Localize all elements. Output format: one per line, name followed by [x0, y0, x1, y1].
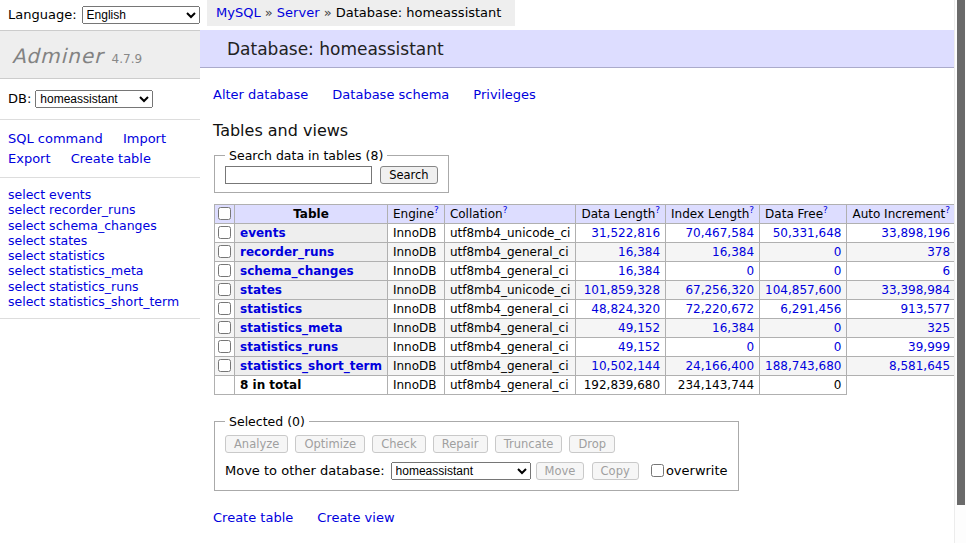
row-checkbox[interactable] — [218, 340, 231, 353]
data-length-cell: 49,152 — [576, 338, 666, 357]
create-link-create-table[interactable]: Create table — [213, 510, 293, 525]
row-checkbox[interactable] — [218, 264, 231, 277]
row-checkbox[interactable] — [218, 302, 231, 315]
index-length-link[interactable]: 70,467,584 — [685, 226, 754, 240]
data-length-link[interactable]: 48,824,320 — [591, 302, 660, 316]
sidebar-action-create-table[interactable]: Create table — [71, 151, 151, 166]
index-length-cell: 16,384 — [666, 243, 760, 262]
copy-button[interactable]: Copy — [592, 462, 639, 480]
engine-cell: InnoDB — [387, 319, 444, 338]
database-link-alter-database[interactable]: Alter database — [213, 87, 308, 102]
select-all-checkbox[interactable] — [218, 207, 231, 220]
sidebar-table-link[interactable]: select statistics — [8, 248, 192, 263]
engine-cell: InnoDB — [387, 224, 444, 243]
sidebar-table-link[interactable]: select schema_changes — [8, 218, 192, 233]
column-help-link[interactable]: ? — [503, 205, 508, 215]
scrollbar-thumb[interactable] — [957, 0, 965, 505]
repair-button[interactable]: Repair — [433, 435, 488, 453]
create-links: Create tableCreate view — [213, 510, 966, 525]
drop-button[interactable]: Drop — [569, 435, 615, 453]
truncate-button[interactable]: Truncate — [495, 435, 563, 453]
column-help-link[interactable]: ? — [945, 205, 950, 215]
data-length-link[interactable]: 49,152 — [618, 321, 660, 335]
column-help-link[interactable]: ? — [434, 205, 439, 215]
sidebar-table-link[interactable]: select statistics_short_term — [8, 294, 192, 309]
search-button[interactable]: Search — [380, 166, 438, 184]
sidebar-table-link[interactable]: select events — [8, 187, 192, 202]
row-checkbox[interactable] — [218, 359, 231, 372]
language-select[interactable]: English — [82, 6, 200, 24]
breadcrumb-link-server[interactable]: Server — [277, 5, 320, 20]
breadcrumb-link-mysql[interactable]: MySQL — [216, 5, 261, 20]
data-length-link[interactable]: 10,502,144 — [591, 359, 660, 373]
sidebar-action-sql-command[interactable]: SQL command — [8, 131, 103, 146]
row-checkbox[interactable] — [218, 245, 231, 258]
scrollbar[interactable] — [954, 0, 966, 543]
index-length-link[interactable]: 24,166,400 — [685, 359, 754, 373]
data-free-link[interactable]: 0 — [834, 340, 842, 354]
move-button[interactable]: Move — [536, 462, 585, 480]
data-free-link[interactable]: 104,857,600 — [765, 283, 841, 297]
table-link-states[interactable]: states — [240, 283, 282, 297]
data-free-link[interactable]: 188,743,680 — [765, 359, 841, 373]
data-length-link[interactable]: 16,384 — [618, 264, 660, 278]
optimize-button[interactable]: Optimize — [295, 435, 365, 453]
index-length-link[interactable]: 0 — [746, 340, 754, 354]
row-checkbox-cell — [215, 300, 235, 319]
auto-increment-link[interactable]: 325 — [927, 321, 950, 335]
tables-table: TableEngine?Collation?Data Length?Index … — [214, 204, 966, 395]
auto-increment-link[interactable]: 33,898,196 — [881, 226, 950, 240]
sidebar-table-link[interactable]: select states — [8, 233, 192, 248]
table-link-schema-changes[interactable]: schema_changes — [240, 264, 354, 278]
sidebar-table-link[interactable]: select statistics_runs — [8, 279, 192, 294]
analyze-button[interactable]: Analyze — [225, 435, 288, 453]
index-length-link[interactable]: 16,384 — [712, 321, 754, 335]
data-free-link[interactable]: 6,291,456 — [780, 302, 841, 316]
table-link-events[interactable]: events — [240, 226, 286, 240]
column-help-link[interactable]: ? — [749, 205, 754, 215]
database-link-database-schema[interactable]: Database schema — [332, 87, 449, 102]
data-free-link[interactable]: 50,331,648 — [773, 226, 842, 240]
search-input[interactable] — [225, 166, 372, 184]
auto-increment-link[interactable]: 6 — [942, 264, 950, 278]
table-link-statistics-short-term[interactable]: statistics_short_term — [240, 359, 382, 373]
row-checkbox[interactable] — [218, 283, 231, 296]
sidebar-action-import[interactable]: Import — [123, 131, 166, 146]
column-help-link[interactable]: ? — [655, 205, 660, 215]
auto-increment-link[interactable]: 913,577 — [900, 302, 950, 316]
table-link-statistics-runs[interactable]: statistics_runs — [240, 340, 338, 354]
index-length-link[interactable]: 0 — [746, 264, 754, 278]
data-free-link[interactable]: 0 — [834, 264, 842, 278]
database-link-privileges[interactable]: Privileges — [473, 87, 536, 102]
move-db-select[interactable]: homeassistant — [391, 462, 531, 480]
column-label: Engine — [393, 207, 434, 221]
data-length-link[interactable]: 49,152 — [618, 340, 660, 354]
row-checkbox[interactable] — [218, 226, 231, 239]
data-length-link[interactable]: 31,522,816 — [591, 226, 660, 240]
auto-increment-link[interactable]: 8,581,645 — [889, 359, 950, 373]
data-length-cell: 101,859,328 — [576, 281, 666, 300]
index-length-link[interactable]: 72,220,672 — [685, 302, 754, 316]
create-link-create-view[interactable]: Create view — [317, 510, 394, 525]
auto-increment-link[interactable]: 33,398,984 — [881, 283, 950, 297]
index-length-link[interactable]: 16,384 — [712, 245, 754, 259]
row-checkbox[interactable] — [218, 321, 231, 334]
sidebar-action-export[interactable]: Export — [8, 151, 51, 166]
overwrite-checkbox[interactable] — [651, 464, 664, 477]
table-link-recorder-runs[interactable]: recorder_runs — [240, 245, 334, 259]
data-length-link[interactable]: 16,384 — [618, 245, 660, 259]
column-help-link[interactable]: ? — [823, 205, 828, 215]
data-length-link[interactable]: 101,859,328 — [584, 283, 660, 297]
table-link-statistics-meta[interactable]: statistics_meta — [240, 321, 343, 335]
auto-increment-link[interactable]: 39,999 — [908, 340, 950, 354]
data-free-cell: 6,291,456 — [760, 300, 847, 319]
check-button[interactable]: Check — [372, 435, 425, 453]
index-length-link[interactable]: 67,256,320 — [685, 283, 754, 297]
data-free-link[interactable]: 0 — [834, 321, 842, 335]
table-link-statistics[interactable]: statistics — [240, 302, 302, 316]
db-select[interactable]: homeassistant — [35, 90, 153, 108]
sidebar-table-link[interactable]: select statistics_meta — [8, 263, 192, 278]
data-free-link[interactable]: 0 — [834, 245, 842, 259]
auto-increment-link[interactable]: 378 — [927, 245, 950, 259]
sidebar-table-link[interactable]: select recorder_runs — [8, 202, 192, 217]
